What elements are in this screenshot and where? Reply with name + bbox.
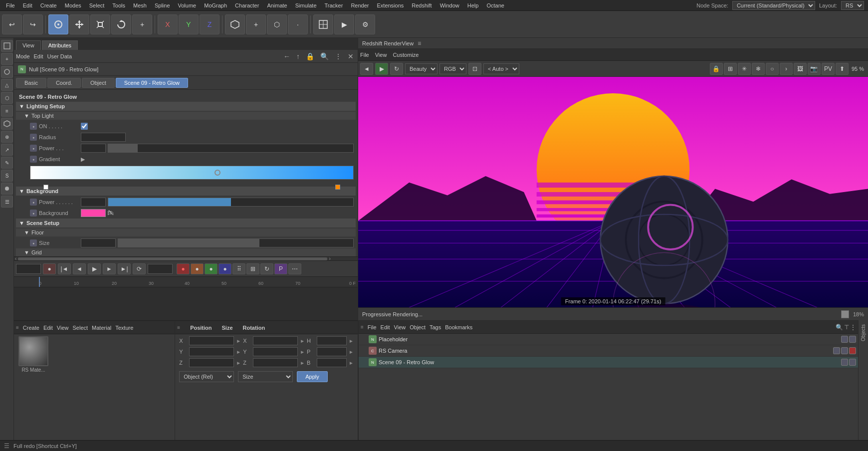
p-rot-input[interactable]: 0 ° — [317, 347, 347, 356]
attr-user-data[interactable]: User Data — [47, 53, 72, 59]
power-input[interactable]: 2 — [81, 144, 106, 153]
z-pos-input[interactable]: 12034.76 cm — [189, 358, 234, 367]
x-size-input[interactable]: 0 cm — [253, 336, 298, 345]
gradient-marker-left[interactable] — [43, 185, 48, 190]
tag-placeholder-2[interactable] — [849, 336, 856, 343]
tl-record[interactable]: ● — [43, 263, 56, 274]
bg-eyedropper[interactable]: 🖎 — [108, 210, 114, 217]
bg-power-input[interactable]: 50 — [81, 198, 106, 207]
obj-menu-object[interactable]: Object — [410, 324, 426, 330]
attr-edit[interactable]: Edit — [34, 53, 43, 59]
menu-simulate[interactable]: Simulate — [291, 1, 321, 9]
redo-button[interactable]: ↪ — [23, 14, 43, 34]
obj-menu-bookmarks[interactable]: Bookmarks — [445, 324, 472, 330]
obj-search-icon[interactable]: 🔍 — [836, 324, 843, 331]
live-select-button[interactable] — [48, 14, 68, 34]
nav-options[interactable]: ⋮ — [333, 51, 344, 61]
undo-button[interactable]: ↩ — [2, 14, 22, 34]
scene-setup-header[interactable]: ▼ Scene Setup — [16, 219, 356, 227]
sidebar-tool-3[interactable] — [1, 66, 13, 78]
menu-file[interactable]: File — [2, 1, 19, 9]
tl-key-blue[interactable]: ● — [218, 263, 231, 274]
rv-menu-file[interactable]: File — [360, 52, 369, 58]
rotate-button[interactable] — [111, 14, 131, 34]
menu-tracker[interactable]: Tracker — [321, 1, 347, 9]
background-header[interactable]: ▼ Background — [16, 187, 356, 196]
menu-create[interactable]: Create — [36, 1, 61, 9]
lighting-setup-header[interactable]: ▼ Lighting Setup — [16, 102, 356, 111]
menu-help[interactable]: Help — [463, 1, 483, 9]
beauty-select[interactable]: Beauty — [405, 63, 437, 74]
rv-circle-btn[interactable]: ○ — [766, 63, 779, 75]
attr-mode[interactable]: Mode — [16, 53, 30, 59]
mat-menu-texture[interactable]: Texture — [115, 325, 133, 331]
menu-redshift[interactable]: Redshift — [408, 1, 435, 9]
bg-color-swatch[interactable] — [81, 209, 106, 217]
menu-select[interactable]: Select — [85, 1, 109, 9]
obj-menu-edit[interactable]: Edit — [381, 324, 390, 330]
bg-power-slider[interactable] — [108, 198, 354, 207]
frame-end-input[interactable]: 75 F — [148, 264, 173, 274]
tl-key-red[interactable]: ● — [177, 263, 190, 274]
sidebar-tool-1[interactable] — [1, 40, 13, 52]
sidebar-tool-9[interactable]: ↗ — [1, 144, 13, 156]
rv-asterisk-btn[interactable]: ✳ — [738, 63, 751, 75]
tl-end[interactable]: ►| — [118, 263, 131, 274]
obj-menu-tags[interactable]: Tags — [430, 324, 441, 330]
poly-mode-button[interactable]: ⬡ — [267, 14, 287, 34]
sidebar-tool-10[interactable]: ✎ — [1, 157, 13, 169]
y-size-input[interactable]: 0 cm — [253, 347, 298, 356]
gradient-marker-right[interactable] — [335, 185, 340, 190]
sidebar-tool-5[interactable]: ⬡ — [1, 92, 13, 104]
sidebar-tool-2[interactable]: + — [1, 53, 13, 65]
viewport-button[interactable] — [313, 14, 333, 34]
tag-scene-1[interactable] — [841, 359, 848, 366]
move-button[interactable] — [69, 14, 89, 34]
transform-button[interactable]: + — [132, 14, 152, 34]
rv-refresh-btn[interactable]: ↻ — [390, 63, 403, 75]
menu-mesh[interactable]: Mesh — [129, 1, 151, 9]
obj-menu-file[interactable]: File — [368, 324, 377, 330]
mat-menu-material[interactable]: Material — [92, 325, 111, 331]
nav-lock[interactable]: 🔒 — [304, 51, 316, 61]
attr-tab-basic[interactable]: Basic — [16, 78, 46, 88]
tl-key-orange[interactable]: ● — [191, 263, 204, 274]
coord-system-select[interactable]: Object (Rel) — [179, 371, 234, 382]
size-mode-select[interactable]: Size — [238, 371, 293, 382]
menu-extensions[interactable]: Extensions — [373, 1, 408, 9]
apply-button[interactable]: Apply — [297, 371, 328, 382]
nav-close[interactable]: ✕ — [346, 51, 356, 61]
rv-more-btn[interactable]: › — [780, 63, 793, 75]
edge-mode-button[interactable]: + — [246, 14, 266, 34]
radius-input[interactable]: 15000 cm — [81, 133, 126, 142]
floor-header[interactable]: ▼ Floor — [16, 228, 356, 236]
obj-more-icon[interactable]: ⋮ — [850, 324, 856, 331]
nodespace-select[interactable]: Current (Standard/Physical) — [732, 1, 815, 10]
layout-select[interactable]: RS — [841, 1, 864, 10]
obj-filter-icon[interactable]: ⊤ — [844, 324, 849, 331]
x-pos-input[interactable]: 0 cm — [189, 336, 234, 345]
tl-prev[interactable]: ◄ — [73, 263, 86, 274]
point-mode-button[interactable]: · — [288, 14, 308, 34]
menu-volume[interactable]: Volume — [174, 1, 201, 9]
y-axis-button[interactable]: Y — [179, 14, 199, 34]
sidebar-tool-11[interactable]: S — [1, 170, 13, 182]
timeline-ruler[interactable]: 0 10 20 30 40 50 60 70 0 F — [14, 277, 358, 287]
objects-vertical-tab[interactable]: Objects — [860, 322, 867, 343]
frame-start-input[interactable]: 0 F — [16, 264, 41, 274]
tl-rotate[interactable]: ↻ — [260, 263, 273, 274]
rv-back-btn[interactable]: ◄ — [360, 63, 373, 75]
floor-size-input[interactable]: 75000 — [81, 238, 116, 247]
menu-tools[interactable]: Tools — [108, 1, 129, 9]
rv-export-btn[interactable]: ⬆ — [836, 63, 849, 75]
grid-header[interactable]: ▼ Grid — [16, 248, 356, 256]
tl-next[interactable]: ► — [103, 263, 116, 274]
mat-menu-select[interactable]: Select — [73, 325, 88, 331]
timeline-track[interactable] — [14, 287, 358, 297]
menu-modes[interactable]: Modes — [61, 1, 85, 9]
tl-key-green[interactable]: ● — [205, 263, 217, 274]
rv-menu-view[interactable]: View — [375, 52, 387, 58]
sidebar-tool-4[interactable]: △ — [1, 79, 13, 91]
h-rot-input[interactable]: 0 ° — [317, 336, 347, 345]
sidebar-tool-7[interactable] — [1, 118, 13, 130]
